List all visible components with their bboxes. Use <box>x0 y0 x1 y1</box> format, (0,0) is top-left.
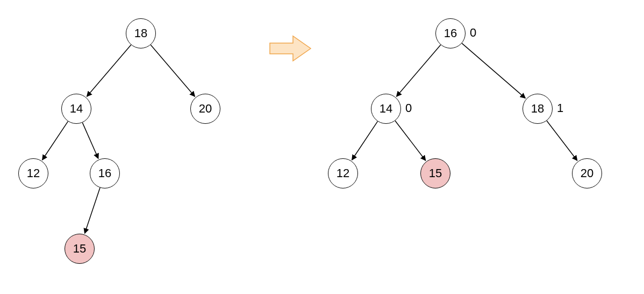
node-value: 18 <box>134 26 147 40</box>
right-tree-node-r: 18 <box>523 94 553 124</box>
svg-line-6 <box>462 43 525 98</box>
left-tree-node-root: 18 <box>126 18 156 48</box>
svg-line-7 <box>352 121 378 160</box>
left-tree-node-ll: 12 <box>18 158 48 188</box>
node-value: 18 <box>531 102 544 116</box>
node-value: 12 <box>27 166 40 180</box>
right-tree-node-root: 16 <box>435 18 466 48</box>
left-tree-node-lr: 16 <box>90 158 120 188</box>
node-value: 20 <box>199 102 212 116</box>
node-value: 16 <box>444 26 457 40</box>
node-value: 20 <box>581 166 593 180</box>
right-tree-node-l: 14 <box>371 94 401 124</box>
node-value: 15 <box>429 166 442 180</box>
svg-line-2 <box>42 121 68 160</box>
node-value: 15 <box>73 242 86 256</box>
node-value: 12 <box>337 166 349 180</box>
svg-line-1 <box>151 45 195 96</box>
balance-label-l: 0 <box>405 101 412 115</box>
svg-line-0 <box>87 45 131 96</box>
left-tree-node-lrl: 15 <box>65 234 95 264</box>
right-tree-node-lr: 15 <box>420 158 450 188</box>
svg-line-8 <box>395 121 426 160</box>
right-tree-node-rr: 20 <box>572 158 602 188</box>
svg-line-3 <box>82 123 98 159</box>
transition-arrow-icon <box>269 35 312 62</box>
node-value: 14 <box>380 102 392 116</box>
node-value: 14 <box>70 102 83 116</box>
left-tree-node-l: 14 <box>61 94 91 124</box>
balance-label-root: 0 <box>470 26 476 40</box>
svg-line-4 <box>85 188 101 234</box>
balance-label-r: 1 <box>557 101 563 115</box>
right-tree-node-ll: 12 <box>328 158 358 188</box>
node-value: 16 <box>98 166 111 180</box>
svg-line-5 <box>397 45 441 96</box>
edges-layer <box>0 0 644 294</box>
left-tree-node-r: 20 <box>190 94 220 124</box>
svg-line-9 <box>547 121 577 160</box>
